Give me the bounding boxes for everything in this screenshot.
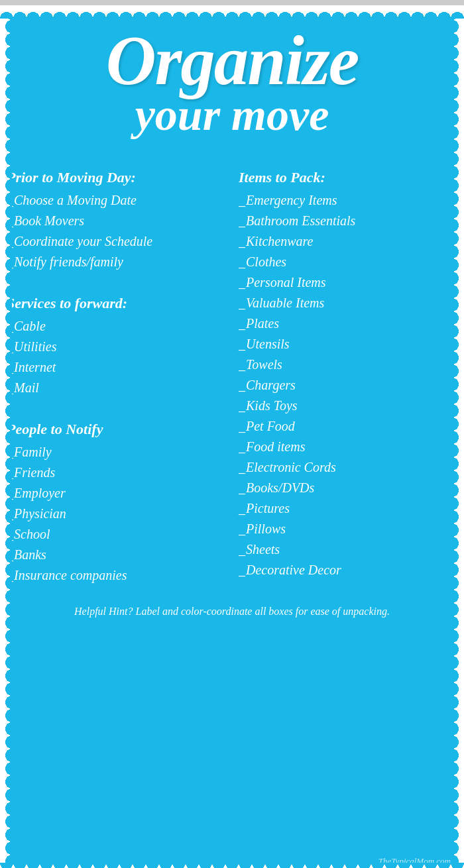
list-item: Pictures (239, 498, 457, 519)
list-item: School (7, 524, 225, 545)
list-item: Notify friends/family (7, 252, 225, 272)
list-item: Valuable Items (239, 293, 457, 313)
left-column: Prior to Moving Day: Choose a Moving Dat… (7, 157, 225, 586)
title-organize: Organize (0, 26, 464, 95)
section-people-heading: People to Notify (7, 421, 225, 438)
list-item: Pet Food (239, 416, 457, 437)
services-items: Cable Utilities Internet Mail (7, 316, 225, 398)
list-item: Coordinate your Schedule (7, 231, 225, 252)
section-items-heading: Items to Pack: (239, 169, 457, 186)
list-item: Family (7, 442, 225, 462)
list-item: Books/DVDs (239, 478, 457, 498)
list-item: Book Movers (7, 211, 225, 231)
list-item: Plates (239, 313, 457, 334)
right-column: Items to Pack: Emergency Items Bathroom … (239, 157, 457, 586)
list-item: Chargers (239, 375, 457, 396)
list-item: Personal Items (239, 272, 457, 293)
list-item: Mail (7, 378, 225, 398)
scallop-bottom-border (0, 863, 464, 868)
pack-items: Emergency Items Bathroom Essentials Kitc… (239, 190, 457, 580)
section-services-heading: Services to forward: (7, 295, 225, 312)
list-item: Kids Toys (239, 396, 457, 416)
list-item: Clothes (239, 252, 457, 272)
list-item: Friends (7, 462, 225, 483)
list-item: Utilities (7, 337, 225, 357)
section-prior-heading: Prior to Moving Day: (7, 169, 225, 186)
scallop-right-border (452, 7, 464, 868)
list-item: Employer (7, 483, 225, 504)
main-card: Organize your move Prior to Moving Day: … (0, 7, 464, 868)
list-item: Choose a Moving Date (7, 190, 225, 211)
list-item: Banks (7, 545, 225, 565)
list-item: Sheets (239, 539, 457, 560)
list-item: Kitchenware (239, 231, 457, 252)
title-your-move: your move (0, 92, 464, 137)
list-item: Electronic Cords (239, 457, 457, 478)
content-area: Prior to Moving Day: Choose a Moving Dat… (0, 150, 464, 586)
scallop-top-border (0, 7, 464, 19)
list-item: Bathroom Essentials (239, 211, 457, 231)
list-item: Pillows (239, 519, 457, 539)
title-section: Organize your move (0, 16, 464, 150)
list-item: Physician (7, 504, 225, 524)
list-item: Food items (239, 437, 457, 457)
hint-text: Helpful Hint? Label and color-coordinate… (13, 606, 451, 618)
list-item: Insurance companies (7, 565, 225, 586)
scallop-left-border (0, 7, 12, 868)
list-item: Decorative Decor (239, 560, 457, 580)
hint-section: Helpful Hint? Label and color-coordinate… (0, 606, 464, 618)
list-item: Internet (7, 357, 225, 378)
list-item: Emergency Items (239, 190, 457, 211)
list-item: Towels (239, 354, 457, 375)
prior-items: Choose a Moving Date Book Movers Coordin… (7, 190, 225, 272)
list-item: Cable (7, 316, 225, 337)
list-item: Utensils (239, 334, 457, 354)
people-items: Family Friends Employer Physician School… (7, 442, 225, 586)
